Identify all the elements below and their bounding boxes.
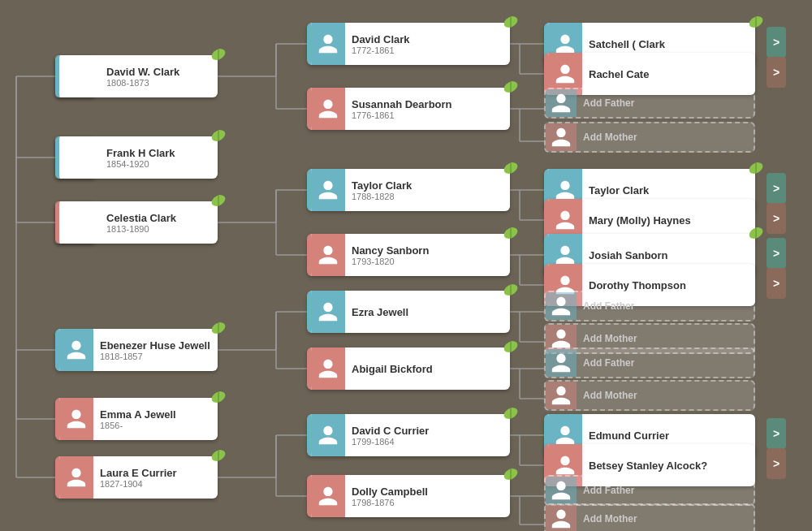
taylor-clark-r-leaf [747,159,765,177]
ezra-jewell-name: Ezra Jewell [352,306,503,318]
josiah-sanborn-arrow[interactable]: > [767,238,786,269]
add-father-abigail-icon [546,348,577,378]
dolly-leaf [502,465,520,483]
edmund-arrow[interactable]: > [767,418,786,449]
david-clark-dates: 1772-1861 [352,45,503,55]
david-currier-name: David C Currier [352,425,503,437]
ezra-jewell-card[interactable]: Ezra Jewell [307,291,510,333]
add-mother-abigail-label: Add Mother [583,390,747,401]
david-w-clark-card[interactable]: David W. Clark 1808-1873 [55,55,218,97]
abigail-leaf [502,338,520,356]
satchell-name: Satchell ( Clark [589,38,749,50]
celestia-clark-name: Celestia Clark [106,212,211,224]
dolly-avatar [311,475,345,517]
add-father-ezra[interactable]: Add Father [544,291,755,322]
add-father-susannah-label: Add Father [583,97,747,109]
david-currier-avatar [311,414,345,456]
add-mother-ezra-label: Add Mother [583,333,747,344]
nancy-sanborn-name: Nancy Sanborn [352,244,503,257]
add-mother-dolly-label: Add Mother [583,513,747,525]
nancy-sanborn-card[interactable]: Nancy Sanborn 1793-1820 [307,234,510,276]
add-mother-susannah[interactable]: Add Mother [544,122,755,153]
add-father-dolly[interactable]: Add Father [544,475,755,506]
david-clark-name: David Clark [352,33,503,45]
nancy-sanborn-leaf [502,224,520,242]
ebenezer-jewell-avatar [59,329,93,371]
add-father-abigail[interactable]: Add Father [544,348,755,378]
taylor-clark-r-arrow[interactable]: > [767,173,786,204]
dolly-campbell-card[interactable]: Dolly Campbell 1798-1876 [307,475,510,517]
frank-clark-dates: 1854-1920 [106,159,211,169]
add-mother-susannah-icon [546,122,577,153]
frank-clark-name: Frank H Clark [106,147,211,159]
add-father-abigail-label: Add Father [583,357,747,369]
abigail-name: Abigail Bickford [352,363,503,375]
emma-jewell-leaf [209,388,227,406]
laura-currier-card[interactable]: Laura E Currier 1827-1904 [55,456,218,499]
taylor-clark-r-name: Taylor Clark [589,184,749,196]
ebenezer-jewell-leaf [209,319,227,337]
rachel-arrow[interactable]: > [767,57,786,88]
laura-currier-dates: 1827-1904 [100,479,211,489]
ezra-jewell-leaf [502,281,520,299]
add-father-dolly-icon [546,475,577,506]
dorothy-name: Dorothy Thompson [589,279,749,291]
taylor-clark-leaf [502,159,520,177]
satchell-arrow[interactable]: > [767,27,786,58]
david-clark-avatar [311,23,345,65]
susannah-leaf [502,78,520,96]
emma-jewell-name: Emma A Jewell [100,408,211,421]
betsey-arrow[interactable]: > [767,448,786,479]
add-mother-abigail[interactable]: Add Mother [544,380,755,411]
nancy-sanborn-avatar [311,234,345,276]
rachel-name: Rachel Cate [589,68,749,80]
emma-jewell-card[interactable]: Emma A Jewell 1856- [55,398,218,440]
dolly-name: Dolly Campbell [352,486,503,498]
david-w-clark-name: David W. Clark [106,66,211,78]
taylor-clark-avatar [311,169,345,211]
ezra-jewell-avatar [311,291,345,333]
david-currier-card[interactable]: David C Currier 1799-1864 [307,414,510,456]
taylor-clark-card[interactable]: Taylor Clark 1788-1828 [307,169,510,211]
add-mother-abigail-icon [546,380,577,411]
david-currier-dates: 1799-1864 [352,437,503,447]
nancy-sanborn-dates: 1793-1820 [352,257,503,266]
add-mother-dolly[interactable]: Add Mother [544,503,755,531]
add-father-susannah-icon [546,88,577,119]
mary-haynes-arrow[interactable]: > [767,203,786,234]
laura-currier-avatar [59,456,93,499]
emma-jewell-avatar [59,398,93,440]
family-tree: Frank H Clark 1854-1920 David W. Clark 1… [0,0,812,531]
betsey-name: Betsey Stanley Alcock? [589,460,749,472]
susannah-dates: 1776-1861 [352,110,503,120]
celestia-clark-card[interactable]: Celestia Clark 1813-1890 [55,201,218,244]
dorothy-arrow[interactable]: > [767,268,786,299]
abigail-avatar [311,348,345,390]
david-w-clark-leaf [209,45,227,63]
josiah-sanborn-name: Josiah Sanborn [589,249,749,261]
satchell-leaf [747,13,765,31]
add-father-susannah[interactable]: Add Father [544,88,755,119]
josiah-sanborn-leaf [747,224,765,242]
ebenezer-jewell-dates: 1818-1857 [100,352,211,361]
susannah-dearborn-card[interactable]: Susannah Dearborn 1776-1861 [307,88,510,130]
david-clark-card[interactable]: David Clark 1772-1861 [307,23,510,65]
emma-jewell-dates: 1856- [100,421,211,430]
susannah-name: Susannah Dearborn [352,98,503,110]
mary-haynes-name: Mary (Molly) Haynes [589,214,749,227]
edmund-name: Edmund Currier [589,430,749,442]
abigail-bickford-card[interactable]: Abigail Bickford [307,348,510,390]
taylor-clark-name: Taylor Clark [352,179,503,192]
susannah-avatar [311,88,345,130]
add-father-ezra-icon [546,291,577,322]
add-mother-dolly-icon [546,503,577,531]
celestia-clark-leaf [209,192,227,209]
ebenezer-jewell-name: Ebenezer Huse Jewell [100,339,211,352]
frank-clark-card[interactable]: Frank H Clark 1854-1920 [55,136,218,179]
laura-currier-name: Laura E Currier [100,467,211,479]
david-clark-leaf [502,13,520,31]
ebenezer-jewell-card[interactable]: Ebenezer Huse Jewell 1818-1857 [55,329,218,371]
dolly-dates: 1798-1876 [352,498,503,507]
taylor-clark-dates: 1788-1828 [352,192,503,201]
add-father-dolly-label: Add Father [583,485,747,496]
